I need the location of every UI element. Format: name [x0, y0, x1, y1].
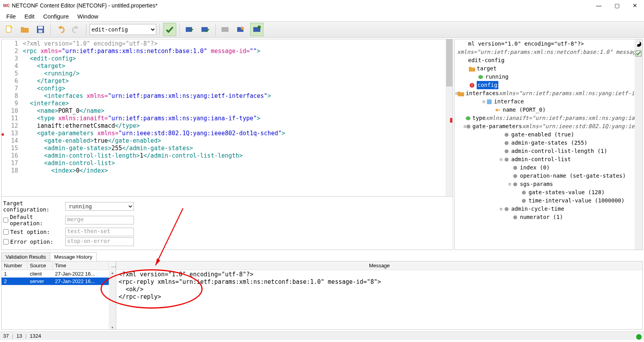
tree-node[interactable]: xmlns="urn:ietf:params:xml:ns:netconf:ba… [456, 48, 635, 56]
expand-icon[interactable]: ⊟ [507, 180, 512, 188]
default-operation-label[interactable]: Default operation: [3, 214, 65, 226]
tab-validation-results[interactable]: Validation Results [1, 252, 50, 261]
svg-point-17 [466, 116, 470, 120]
tree-node-icon: ! [469, 82, 475, 88]
target-config-select[interactable]: running [65, 202, 134, 211]
tree-node[interactable]: operation-name (set-gate-states) [456, 172, 635, 180]
tree-node[interactable]: admin-control-list-length (1) [456, 147, 635, 155]
tree-node[interactable]: edit-config [456, 56, 635, 64]
history-scrollbar[interactable] [109, 271, 116, 329]
status-badge-icon [636, 334, 642, 340]
undo-button[interactable] [54, 23, 67, 36]
validate-button[interactable] [163, 23, 176, 36]
tree-node[interactable]: ⊟sgs-params [456, 180, 635, 188]
send-button[interactable] [183, 23, 196, 36]
expand-icon[interactable]: ⊟ [499, 205, 503, 213]
svg-rect-14 [487, 99, 492, 104]
tree-node-icon [503, 140, 510, 146]
test-option-select[interactable]: test-then-set [65, 228, 134, 236]
checkbox-icon[interactable] [635, 50, 642, 57]
new-file-button[interactable] [2, 23, 16, 36]
tab-message-history[interactable]: Message History [50, 252, 97, 261]
tree-node[interactable]: !config [456, 81, 635, 89]
test-option-label[interactable]: Test option: [3, 229, 65, 235]
tree-node[interactable]: ⊟admin-control-list [456, 155, 635, 164]
test-option-checkbox[interactable] [3, 229, 9, 235]
tree-node-icon [503, 132, 510, 138]
xml-editor[interactable]: 123456789101112131415161718 <?xml versio… [2, 39, 453, 196]
tree-node[interactable]: target [456, 64, 635, 73]
close-button[interactable]: ✕ [626, 0, 644, 11]
svg-point-25 [513, 182, 517, 186]
tree-node[interactable]: index (0) [456, 164, 635, 172]
svg-rect-3 [38, 26, 43, 29]
send-validate-button[interactable] [199, 23, 212, 36]
svg-rect-7 [221, 27, 229, 32]
svg-point-22 [505, 158, 509, 162]
tree-node[interactable]: ⊟interfaces xmlns="urn:ietf:params:xml:n… [456, 89, 635, 97]
tree-node[interactable]: gate-states-value (128) [456, 188, 635, 197]
tree-body[interactable]: ml version="1.0" encoding="utf-8"?> xmln… [455, 39, 635, 250]
tree-node-icon [521, 189, 527, 196]
expand-icon[interactable]: ⊟ [499, 155, 503, 164]
history-row[interactable]: 1client27-Jan-2022 16... [2, 270, 116, 278]
tree-node-icon [460, 57, 467, 64]
tree-node[interactable]: ⊟gate-parameters xmlns="urn:ieee:std:802… [456, 122, 635, 131]
open-file-button[interactable] [18, 23, 31, 36]
redo-button[interactable] [70, 23, 83, 36]
tree-node-icon [478, 74, 484, 80]
tree-node[interactable]: admin-gate-states (255) [456, 139, 635, 147]
error-option-label[interactable]: Error option: [3, 239, 65, 245]
tree-node[interactable]: name (PORT_0) [456, 106, 635, 114]
edit-tool-button[interactable] [234, 23, 248, 36]
history-row[interactable]: 2server27-Jan-2022 16... [2, 278, 116, 285]
error-marker [450, 118, 452, 123]
svg-rect-4 [38, 30, 42, 33]
col-more[interactable]: … [109, 261, 116, 270]
save-button[interactable] [34, 23, 47, 36]
default-operation-checkbox[interactable] [3, 217, 8, 223]
tree-node[interactable]: ml version="1.0" encoding="utf-8"?> [456, 40, 635, 48]
menu-file[interactable]: File [2, 12, 20, 21]
tree-node[interactable]: running [456, 73, 635, 81]
toolbar: edit-config [0, 21, 644, 38]
col-source[interactable]: Source [27, 261, 53, 270]
tree-node-icon [469, 66, 475, 72]
import-button[interactable] [219, 23, 232, 36]
message-body[interactable]: <?xml version="1.0" encoding="utf-8"?> <… [116, 270, 642, 329]
svg-point-11 [478, 75, 483, 79]
svg-point-10 [258, 26, 261, 29]
col-number[interactable]: Number [2, 261, 27, 270]
menu-edit[interactable]: Edit [20, 12, 38, 21]
tree-node-icon [512, 173, 518, 179]
tree-node[interactable]: type xmlns:ianaift="urn:ietf:params:xml:… [456, 114, 635, 122]
col-time[interactable]: Time [53, 261, 109, 270]
tree-node-icon [512, 165, 518, 171]
tree-node[interactable]: ⊟interface [456, 97, 635, 106]
tree-sidebar [635, 39, 642, 250]
tree-node[interactable]: time-interval-value (1000000) [456, 197, 635, 205]
tree-node-icon [458, 90, 464, 97]
svg-text:!: ! [471, 83, 473, 88]
tree-node-icon [465, 115, 471, 121]
yin-yang-icon[interactable] [635, 41, 642, 47]
default-operation-select[interactable]: merge [65, 216, 134, 224]
operation-select[interactable]: edit-config [90, 24, 156, 35]
xml-tree: ml version="1.0" encoding="utf-8"?> xmln… [454, 39, 643, 250]
menu-configure[interactable]: Configure [39, 12, 73, 21]
svg-point-29 [513, 215, 517, 219]
tree-node-icon [466, 123, 471, 130]
error-option-select[interactable]: stop-on-error [65, 237, 134, 246]
maximize-button[interactable]: ▢ [608, 0, 626, 11]
error-option-checkbox[interactable] [3, 239, 9, 245]
tree-node[interactable]: numerator (1) [456, 213, 635, 221]
tree-node[interactable]: ⊟admin-cycle-time [456, 205, 635, 213]
status-line: 37 [3, 333, 9, 339]
refresh-button[interactable] [250, 23, 263, 36]
tree-node[interactable]: gate-enabled (true) [456, 131, 635, 139]
expand-icon[interactable]: ⊟ [481, 97, 486, 106]
menu-window[interactable]: Window [73, 12, 102, 21]
svg-point-27 [522, 199, 526, 203]
minimize-button[interactable]: — [590, 0, 608, 11]
code-content[interactable]: <?xml version="1.0" encoding="utf-8"?><r… [21, 39, 446, 196]
